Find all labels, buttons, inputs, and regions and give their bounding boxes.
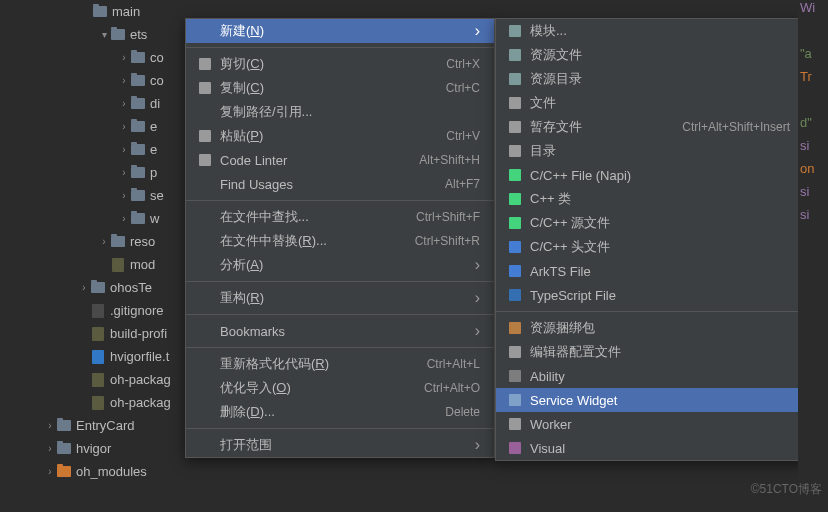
ts-file-icon xyxy=(90,349,106,365)
menu-item[interactable]: 打开范围 xyxy=(186,433,494,457)
tree-item[interactable]: ›co xyxy=(0,69,200,92)
tree-item[interactable]: build-profi xyxy=(0,322,200,345)
tree-item[interactable]: .gitignore xyxy=(0,299,200,322)
tree-item-label: oh_modules xyxy=(76,464,147,479)
menu-item-label: C/C++ 头文件 xyxy=(530,238,610,256)
menu-item[interactable]: 重新格式化代码(R)Ctrl+Alt+L xyxy=(186,352,494,376)
menu-shortcut: Ctrl+Alt+O xyxy=(424,381,480,395)
menu-item[interactable]: C++ 类 xyxy=(496,187,804,211)
menu-item[interactable]: 分析(A) xyxy=(186,253,494,277)
tree-item[interactable]: ›di xyxy=(0,92,200,115)
menu-item[interactable]: 编辑器配置文件 xyxy=(496,340,804,364)
menu-item[interactable]: 新建(N) xyxy=(186,19,494,43)
menu-item[interactable]: C/C++ 源文件 xyxy=(496,211,804,235)
context-menu-primary: 新建(N)剪切(C)Ctrl+X复制(C)Ctrl+C复制路径/引用...粘贴(… xyxy=(185,18,495,458)
folder-icon xyxy=(90,280,106,296)
module-icon xyxy=(506,24,524,38)
ability-icon xyxy=(506,369,524,383)
tree-item-label: di xyxy=(150,96,160,111)
menu-item[interactable]: 资源目录 xyxy=(496,67,804,91)
file-icon xyxy=(506,96,524,110)
tree-item[interactable]: mod xyxy=(0,253,200,276)
menu-item[interactable]: Find UsagesAlt+F7 xyxy=(186,172,494,196)
project-tree[interactable]: main▾ets›co›co›di›e›e›p›se›w›resomod›oho… xyxy=(0,0,200,483)
menu-item[interactable]: TypeScript File xyxy=(496,283,804,307)
menu-shortcut: Ctrl+Alt+L xyxy=(427,357,480,371)
tree-item[interactable]: main xyxy=(0,0,200,23)
tree-item[interactable]: ›co xyxy=(0,46,200,69)
tree-item-label: oh-packag xyxy=(110,372,171,387)
tree-item[interactable]: ▾ets xyxy=(0,23,200,46)
editor-code-strip: Wi"aTrd"sionsisi xyxy=(798,0,828,512)
c-icon xyxy=(506,168,524,182)
menu-item[interactable]: 在文件中查找...Ctrl+Shift+F xyxy=(186,205,494,229)
menu-item[interactable]: Code LinterAlt+Shift+H xyxy=(186,148,494,172)
menu-item[interactable]: 暂存文件Ctrl+Alt+Shift+Insert xyxy=(496,115,804,139)
tree-arrow-icon: › xyxy=(98,236,110,247)
tree-item[interactable]: ›e xyxy=(0,138,200,161)
menu-item[interactable]: Visual xyxy=(496,436,804,460)
menu-item-label: 文件 xyxy=(530,94,556,112)
folder-icon xyxy=(130,96,146,112)
watermark: ©51CTO博客 xyxy=(751,481,822,498)
svg-rect-16 xyxy=(509,322,521,334)
menu-item-label: 新建(N) xyxy=(220,22,264,40)
tree-item-label: oh-packag xyxy=(110,395,171,410)
menu-item[interactable]: 模块... xyxy=(496,19,804,43)
tree-item[interactable]: oh-packag xyxy=(0,391,200,414)
folder-icon xyxy=(92,4,108,20)
menu-item-label: ArkTS File xyxy=(530,264,591,279)
menu-item[interactable]: 剪切(C)Ctrl+X xyxy=(186,52,494,76)
tree-item[interactable]: hvigorfile.t xyxy=(0,345,200,368)
menu-item[interactable]: C/C++ 头文件 xyxy=(496,235,804,259)
svg-rect-20 xyxy=(509,418,521,430)
tree-arrow-icon: › xyxy=(118,144,130,155)
tree-item-label: hvigor xyxy=(76,441,111,456)
tree-item[interactable]: ›se xyxy=(0,184,200,207)
menu-item[interactable]: Service Widget xyxy=(496,388,804,412)
copy-icon xyxy=(196,81,214,95)
menu-item-label: 复制路径/引用... xyxy=(220,103,312,121)
tree-item[interactable]: ›p xyxy=(0,161,200,184)
tree-item-label: build-profi xyxy=(110,326,167,341)
tree-item[interactable]: ›oh_modules xyxy=(0,460,200,483)
menu-item[interactable]: 资源捆绑包 xyxy=(496,316,804,340)
menu-item[interactable]: Ability xyxy=(496,364,804,388)
cpp-icon xyxy=(506,192,524,206)
tree-item[interactable]: ›hvigor xyxy=(0,437,200,460)
tree-item[interactable]: ›reso xyxy=(0,230,200,253)
tree-item-label: co xyxy=(150,73,164,88)
menu-item[interactable]: Bookmarks xyxy=(186,319,494,343)
menu-item[interactable]: 粘贴(P)Ctrl+V xyxy=(186,124,494,148)
menu-item[interactable]: 文件 xyxy=(496,91,804,115)
ets-icon xyxy=(506,264,524,278)
folder-icon xyxy=(130,211,146,227)
menu-item[interactable]: 目录 xyxy=(496,139,804,163)
worker-icon xyxy=(506,417,524,431)
tree-item-label: co xyxy=(150,50,164,65)
json-file-icon xyxy=(90,326,106,342)
resdir-icon xyxy=(506,72,524,86)
menu-item[interactable]: 优化导入(O)Ctrl+Alt+O xyxy=(186,376,494,400)
menu-item[interactable]: 在文件中替换(R)...Ctrl+Shift+R xyxy=(186,229,494,253)
menu-item[interactable]: 复制路径/引用... xyxy=(186,100,494,124)
tree-arrow-icon: › xyxy=(118,98,130,109)
tree-item[interactable]: ›ohosTe xyxy=(0,276,200,299)
tree-item-label: e xyxy=(150,119,157,134)
tree-item[interactable]: ›w xyxy=(0,207,200,230)
tree-arrow-icon: › xyxy=(118,75,130,86)
menu-item[interactable]: Worker xyxy=(496,412,804,436)
menu-item[interactable]: 复制(C)Ctrl+C xyxy=(186,76,494,100)
tree-item[interactable]: ›e xyxy=(0,115,200,138)
menu-item[interactable]: 重构(R) xyxy=(186,286,494,310)
folder-icon xyxy=(130,142,146,158)
tree-item[interactable]: ›EntryCard xyxy=(0,414,200,437)
menu-shortcut: Ctrl+V xyxy=(446,129,480,143)
menu-separator xyxy=(186,47,494,48)
menu-item[interactable]: ArkTS File xyxy=(496,259,804,283)
menu-item[interactable]: 资源文件 xyxy=(496,43,804,67)
menu-item-label: 目录 xyxy=(530,142,556,160)
tree-item[interactable]: oh-packag xyxy=(0,368,200,391)
menu-item[interactable]: C/C++ File (Napi) xyxy=(496,163,804,187)
menu-item[interactable]: 删除(D)...Delete xyxy=(186,400,494,424)
